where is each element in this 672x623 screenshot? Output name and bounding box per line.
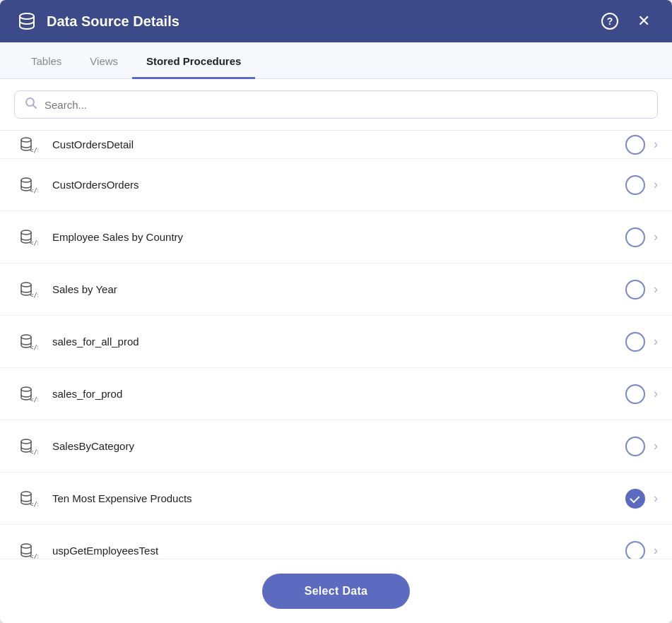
select-data-button[interactable]: Select Data: [262, 574, 411, 609]
db-icon: [17, 11, 37, 31]
list-item[interactable]: </> sales_for_prod ›: [0, 368, 672, 420]
chevron-right-icon: ›: [654, 386, 658, 401]
procedure-name: sales_for_prod: [52, 388, 625, 400]
svg-text:</>: </>: [30, 449, 38, 456]
procedure-name: Employee Sales by Country: [52, 231, 625, 243]
svg-text:</>: </>: [30, 147, 38, 154]
svg-point-7: [21, 230, 31, 235]
procedure-icon: </>: [14, 224, 41, 251]
modal-header: Data Source Details ? ✕: [0, 0, 672, 42]
search-bar: [0, 79, 672, 131]
chevron-right-icon: ›: [654, 543, 658, 558]
search-wrap: [14, 90, 658, 119]
procedure-checkbox[interactable]: [625, 332, 645, 352]
procedure-name: Sales by Year: [52, 283, 625, 295]
tabs-bar: Tables Views Stored Procedures: [0, 42, 672, 79]
search-icon: [25, 97, 37, 112]
list-item[interactable]: </> SalesByCategory ›: [0, 420, 672, 473]
procedure-name: Ten Most Expensive Products: [52, 492, 625, 504]
procedure-icon: </>: [14, 328, 41, 355]
modal-title: Data Source Details: [47, 13, 599, 30]
list-item[interactable]: </> Employee Sales by Country ›: [0, 211, 672, 263]
svg-point-13: [21, 387, 31, 391]
procedure-icon: </>: [14, 433, 41, 460]
close-icon: ✕: [637, 12, 650, 30]
procedure-icon: </>: [14, 485, 41, 512]
svg-point-15: [21, 439, 31, 444]
procedure-checkbox[interactable]: [625, 489, 645, 509]
svg-text:</>: </>: [30, 292, 38, 299]
chevron-right-icon: ›: [654, 439, 658, 453]
svg-point-17: [21, 492, 31, 496]
procedure-checkbox[interactable]: [625, 280, 645, 299]
svg-text:</>: </>: [30, 344, 38, 351]
header-actions: ? ✕: [599, 10, 655, 32]
tab-tables[interactable]: Tables: [17, 42, 76, 79]
svg-text:</>: </>: [30, 553, 38, 559]
procedures-list: </> CustOrdersDetail › </> CustOrdersOrd…: [0, 131, 672, 559]
footer: Select Data: [0, 559, 672, 623]
help-button[interactable]: ?: [599, 10, 621, 32]
list-item[interactable]: </> CustOrdersOrders ›: [0, 159, 672, 211]
list-item[interactable]: </> CustOrdersDetail ›: [0, 131, 672, 159]
procedure-checkbox[interactable]: [625, 227, 645, 247]
procedure-icon: </>: [14, 538, 41, 559]
search-input[interactable]: [45, 99, 647, 111]
chevron-right-icon: ›: [654, 137, 658, 152]
procedure-checkbox[interactable]: [625, 135, 645, 155]
procedure-icon: </>: [14, 172, 41, 198]
svg-text:</>: </>: [30, 187, 38, 194]
list-item[interactable]: </> Ten Most Expensive Products ›: [0, 473, 672, 525]
chevron-right-icon: ›: [654, 491, 658, 506]
procedure-icon: </>: [14, 381, 41, 408]
procedure-name: CustOrdersDetail: [52, 138, 625, 150]
svg-point-11: [21, 335, 31, 339]
chevron-right-icon: ›: [654, 282, 658, 297]
tab-stored-procedures[interactable]: Stored Procedures: [132, 42, 255, 79]
svg-point-3: [21, 138, 31, 142]
procedure-checkbox[interactable]: [625, 437, 645, 456]
procedure-icon: </>: [14, 131, 41, 158]
chevron-right-icon: ›: [654, 230, 658, 244]
procedure-icon: </>: [14, 276, 41, 303]
list-item[interactable]: </> uspGetEmployeesTest ›: [0, 525, 672, 559]
procedure-name: SalesByCategory: [52, 440, 625, 452]
svg-text:</>: </>: [30, 396, 38, 403]
procedure-checkbox[interactable]: [625, 175, 645, 195]
procedure-checkbox[interactable]: [625, 384, 645, 404]
list-item[interactable]: </> Sales by Year ›: [0, 263, 672, 316]
procedure-name: sales_for_all_prod: [52, 336, 625, 348]
svg-point-5: [21, 178, 31, 182]
modal-container: Data Source Details ? ✕ Tables Views Sto…: [0, 0, 672, 623]
svg-line-2: [33, 105, 37, 109]
close-button[interactable]: ✕: [632, 10, 655, 32]
list-item[interactable]: </> sales_for_all_prod ›: [0, 316, 672, 368]
help-icon: ?: [601, 13, 618, 30]
svg-point-19: [21, 544, 31, 548]
svg-text:</>: </>: [30, 239, 38, 247]
procedure-name: CustOrdersOrders: [52, 179, 625, 191]
tab-views[interactable]: Views: [76, 42, 132, 79]
chevron-right-icon: ›: [654, 177, 658, 192]
chevron-right-icon: ›: [654, 334, 658, 349]
procedure-checkbox[interactable]: [625, 541, 645, 559]
svg-text:</>: </>: [30, 501, 38, 508]
procedure-name: uspGetEmployeesTest: [52, 545, 625, 557]
svg-point-9: [21, 283, 31, 287]
svg-point-0: [20, 13, 34, 19]
